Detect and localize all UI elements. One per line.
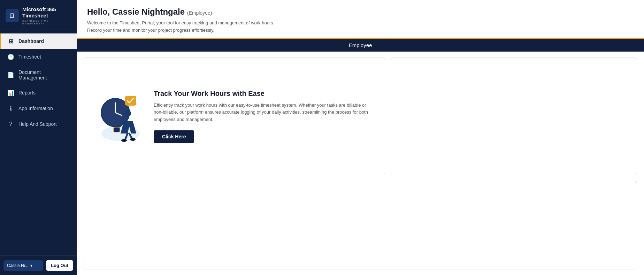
chevron-down-icon: ▾ bbox=[30, 263, 32, 268]
sidebar-item-document-management[interactable]: 📄 Document Management bbox=[0, 65, 77, 85]
svg-text:3: 3 bbox=[222, 220, 224, 224]
sidebar-header: 🗓 Microsoft 365 Timesheet SEAMLESS TIME … bbox=[0, 0, 77, 30]
svg-text:2: 2 bbox=[106, 233, 108, 237]
sidebar-item-label: Timesheet bbox=[18, 54, 41, 60]
timesheet-icon: 🕐 bbox=[7, 54, 14, 60]
hours-chart-svg: 0246Hours WorkedSunday3Monday3Tuesday3We… bbox=[90, 187, 631, 263]
svg-rect-24 bbox=[482, 113, 503, 152]
svg-rect-55 bbox=[433, 225, 463, 257]
user-role: (Employee) bbox=[187, 10, 212, 16]
promo-description: Efficiently track your work hours with o… bbox=[154, 102, 374, 123]
info-icon: ℹ bbox=[7, 105, 14, 112]
svg-rect-30 bbox=[588, 113, 608, 152]
sidebar-item-help-and-support[interactable]: ? Help And Support bbox=[0, 116, 77, 132]
status-chart-svg: 012Number of Timesheets1Approved1Draft1R… bbox=[397, 63, 631, 169]
sidebar-item-dashboard[interactable]: ⊞ Dashboard bbox=[0, 33, 77, 49]
svg-rect-46 bbox=[208, 225, 238, 257]
svg-text:1: 1 bbox=[597, 107, 599, 112]
cards-row: Track Your Work Hours with Ease Efficien… bbox=[77, 52, 644, 181]
svg-rect-21 bbox=[430, 113, 451, 152]
svg-rect-58 bbox=[508, 204, 538, 256]
greeting-text: Hello, Cassie Nightngale bbox=[87, 7, 185, 16]
svg-text:1: 1 bbox=[439, 107, 442, 112]
reports-icon: 📊 bbox=[7, 90, 14, 96]
help-icon: ? bbox=[7, 121, 14, 127]
svg-rect-61 bbox=[583, 204, 613, 256]
main-content: Hello, Cassie Nightngale (Employee) Welc… bbox=[77, 0, 644, 275]
svg-rect-8 bbox=[114, 127, 120, 132]
svg-text:5: 5 bbox=[522, 199, 524, 203]
svg-text:Hours Worked: Hours Worked bbox=[91, 213, 95, 237]
sidebar-item-timesheet[interactable]: 🕐 Timesheet bbox=[0, 49, 77, 65]
promo-title: Track Your Work Hours with Ease bbox=[154, 90, 374, 98]
svg-text:5: 5 bbox=[597, 199, 599, 203]
svg-point-12 bbox=[121, 139, 127, 142]
sidebar-item-label: Help And Support bbox=[18, 121, 57, 127]
svg-text:Number of Timesheets: Number of Timesheets bbox=[398, 95, 401, 130]
employee-banner: Employee bbox=[77, 38, 644, 52]
status-chart-card: 012Number of Timesheets1Approved1Draft1R… bbox=[391, 57, 637, 175]
promo-content: Track Your Work Hours with Ease Efficien… bbox=[154, 90, 374, 143]
svg-text:Tuesday: Tuesday bbox=[292, 259, 305, 263]
promo-card: Track Your Work Hours with Ease Efficien… bbox=[84, 57, 385, 175]
svg-text:3: 3 bbox=[447, 220, 449, 224]
sidebar-item-label: Document Management bbox=[18, 69, 70, 81]
sidebar-item-app-information[interactable]: ℹ App Information bbox=[0, 101, 77, 116]
app-subtitle: Timesheet bbox=[22, 13, 71, 19]
svg-text:1: 1 bbox=[492, 107, 494, 112]
svg-rect-27 bbox=[535, 113, 556, 152]
click-here-button[interactable]: Click Here bbox=[154, 130, 194, 143]
promo-illustration bbox=[94, 85, 147, 147]
svg-text:Saturday: Saturday bbox=[591, 259, 605, 263]
svg-text:Approved: Approved bbox=[433, 155, 448, 159]
svg-text:Friday: Friday bbox=[519, 259, 528, 263]
greeting: Hello, Cassie Nightngale (Employee) bbox=[87, 7, 634, 17]
sidebar-item-label: Reports bbox=[18, 90, 36, 96]
svg-rect-52 bbox=[358, 225, 388, 257]
document-icon: 📄 bbox=[7, 71, 14, 78]
svg-text:3: 3 bbox=[372, 220, 374, 224]
sidebar-footer: Cassie Ni... ▾ Log Out bbox=[0, 255, 77, 275]
welcome-text: Welcome to the Timesheet Portal, your to… bbox=[87, 20, 634, 34]
svg-text:0: 0 bbox=[409, 150, 411, 154]
sidebar-item-reports[interactable]: 📊 Reports bbox=[0, 85, 77, 101]
hours-chart-card: 0246Hours WorkedSunday3Monday3Tuesday3We… bbox=[84, 181, 637, 269]
sidebar: 🗓 Microsoft 365 Timesheet SEAMLESS TIME … bbox=[0, 0, 77, 275]
svg-text:2: 2 bbox=[409, 71, 411, 76]
svg-text:1: 1 bbox=[544, 107, 546, 112]
app-tagline: SEAMLESS TIME MANAGEMENT bbox=[22, 20, 71, 25]
svg-text:0: 0 bbox=[106, 254, 108, 258]
logout-button[interactable]: Log Out bbox=[46, 260, 73, 271]
svg-text:4: 4 bbox=[106, 213, 108, 217]
svg-text:Thursday: Thursday bbox=[441, 259, 456, 263]
svg-text:Sunday: Sunday bbox=[142, 259, 154, 263]
page-header: Hello, Cassie Nightngale (Employee) Welc… bbox=[77, 0, 644, 38]
svg-point-6 bbox=[124, 110, 131, 117]
user-name: Cassie Ni... bbox=[7, 263, 28, 268]
svg-text:3: 3 bbox=[297, 220, 299, 224]
svg-rect-49 bbox=[283, 225, 313, 257]
sidebar-item-label: Dashboard bbox=[18, 38, 44, 44]
dashboard-icon: ⊞ bbox=[7, 38, 14, 45]
sidebar-item-label: App Information bbox=[18, 106, 53, 111]
hours-chart-row: 0246Hours WorkedSunday3Monday3Tuesday3We… bbox=[77, 181, 644, 275]
status-chart-area: 012Number of Timesheets1Approved1Draft1R… bbox=[397, 63, 631, 169]
svg-text:Pending Approval: Pending Approval bbox=[584, 155, 611, 159]
svg-text:Rejected: Rejected bbox=[538, 155, 552, 159]
sidebar-nav: ⊞ Dashboard 🕐 Timesheet 📄 Document Manag… bbox=[0, 30, 77, 255]
app-logo-text: Microsoft 365 Timesheet SEAMLESS TIME MA… bbox=[22, 6, 71, 25]
svg-point-13 bbox=[130, 138, 136, 141]
svg-text:Monday: Monday bbox=[217, 259, 229, 263]
app-logo-icon: 🗓 bbox=[6, 9, 19, 22]
user-dropdown-button[interactable]: Cassie Ni... ▾ bbox=[3, 260, 43, 271]
svg-text:Status: Status bbox=[514, 162, 525, 167]
app-title: Microsoft 365 bbox=[22, 6, 71, 13]
svg-text:6: 6 bbox=[106, 192, 108, 196]
svg-text:1: 1 bbox=[409, 110, 411, 115]
svg-text:Draft: Draft bbox=[489, 155, 497, 159]
svg-text:Wednesday: Wednesday bbox=[364, 259, 383, 263]
